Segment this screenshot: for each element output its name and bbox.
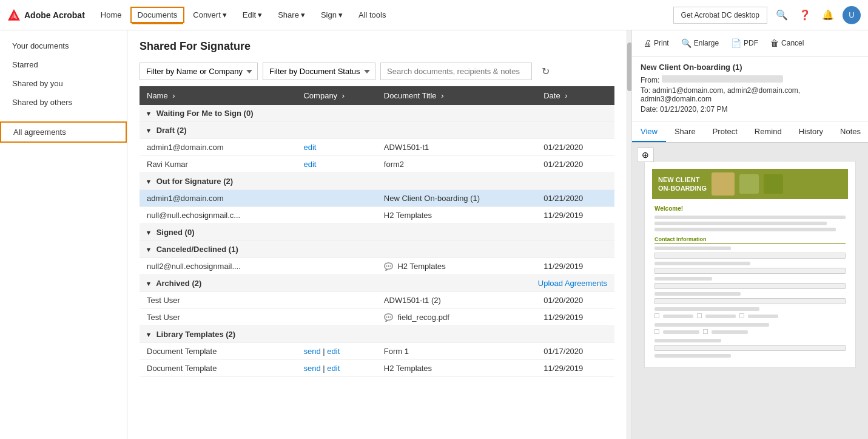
group-out-for-signature[interactable]: ▾ Out for Signature (2) xyxy=(140,173,614,190)
tab-history[interactable]: History xyxy=(790,122,832,142)
row-date: 01/21/2020 xyxy=(536,156,614,173)
sidebar: Your documents Starred Shared by you Sha… xyxy=(0,30,127,439)
group-signed[interactable]: ▾ Signed (0) xyxy=(140,224,614,241)
refresh-button[interactable]: ↻ xyxy=(537,63,554,80)
tab-view[interactable]: View xyxy=(632,122,666,142)
row-company: edit xyxy=(296,139,376,156)
cancel-button[interactable]: 🗑 Cancel xyxy=(765,35,809,51)
nav-right: Get Acrobat DC desktop 🔍 ❓ 🔔 U xyxy=(673,6,861,24)
col-company[interactable]: Company › xyxy=(296,86,376,105)
app-logo: Adobe Acrobat xyxy=(7,9,85,22)
edit-link[interactable]: edit xyxy=(327,347,340,356)
row-company xyxy=(296,309,376,326)
share-arrow-icon: ▾ xyxy=(301,10,305,19)
right-panel: 🖨 Print 🔍 Enlarge 📄 PDF 🗑 Cancel New Cli… xyxy=(631,30,868,439)
checkbox-icon xyxy=(654,329,659,334)
send-link[interactable]: send xyxy=(303,347,320,356)
preview-line xyxy=(705,315,736,318)
row-date: 01/20/2020 xyxy=(536,292,614,309)
checkbox-icon xyxy=(703,329,708,334)
preview-form-field xyxy=(654,283,846,289)
sidebar-item-shared-by-you[interactable]: Shared by you xyxy=(0,74,127,93)
zoom-button[interactable]: ⊕ xyxy=(637,148,654,162)
pdf-button[interactable]: 📄 PDF xyxy=(726,35,763,51)
name-sort-icon: › xyxy=(172,91,175,100)
preview-line xyxy=(654,292,741,296)
table-row: Document Template send | edit Form 1 01/… xyxy=(140,343,614,360)
row-date: 11/29/2019 xyxy=(536,207,614,224)
edit-link[interactable]: edit xyxy=(303,160,316,169)
panel-info: New Client On-boarding (1) From: To: adm… xyxy=(632,56,868,122)
edit-link[interactable]: edit xyxy=(327,364,340,373)
name-company-filter[interactable]: Filter by Name or Company xyxy=(140,63,258,80)
group-draft[interactable]: ▾ Draft (2) xyxy=(140,122,614,139)
nav-all-tools[interactable]: All tools xyxy=(351,7,394,23)
sidebar-item-your-documents[interactable]: Your documents xyxy=(0,36,127,55)
tab-notes[interactable]: Notes xyxy=(832,122,868,142)
chevron-icon: ▾ xyxy=(147,178,150,185)
table-row-selected[interactable]: admin1@domain.com New Client On-boarding… xyxy=(140,190,614,207)
panel-to: To: admin1@domain.com, admin2@domain.com… xyxy=(641,86,860,103)
user-avatar[interactable]: U xyxy=(843,6,861,24)
message-icon: 💬 xyxy=(384,262,393,271)
preview-header: NEW CLIENT ON-BOARDING xyxy=(652,169,848,199)
preview-scroll[interactable]: ⊕ NEW CLIENT ON-BOARDING Welcome! xyxy=(632,143,868,439)
help-button[interactable]: ❓ xyxy=(796,7,813,23)
table-row: Test User ADW1501-t1 (2) 01/20/2020 xyxy=(140,292,614,309)
col-date[interactable]: Date › xyxy=(536,86,614,105)
group-canceled[interactable]: ▾ Canceled/Declined (1) xyxy=(140,241,614,258)
row-company xyxy=(296,258,376,275)
preview-line xyxy=(654,307,759,311)
sidebar-item-all-agreements[interactable]: All agreements xyxy=(0,121,127,143)
edit-link[interactable]: edit xyxy=(303,143,316,152)
preview-header-text: NEW CLIENT ON-BOARDING xyxy=(658,175,707,193)
row-name: Ravi Kumar xyxy=(140,156,296,173)
row-date: 01/21/2020 xyxy=(536,190,614,207)
document-status-filter[interactable]: Filter by Document Status xyxy=(263,63,375,80)
col-title[interactable]: Document Title › xyxy=(377,86,536,105)
notifications-button[interactable]: 🔔 xyxy=(819,7,836,23)
tab-remind[interactable]: Remind xyxy=(746,122,790,142)
nav-documents[interactable]: Documents xyxy=(130,7,185,23)
chevron-icon: ▾ xyxy=(147,110,150,117)
pdf-icon: 📄 xyxy=(731,38,741,48)
enlarge-icon: 🔍 xyxy=(681,38,691,48)
nav-share[interactable]: Share ▾ xyxy=(271,7,312,23)
group-library[interactable]: ▾ Library Templates (2) xyxy=(140,326,614,343)
main-scrollbar[interactable] xyxy=(627,30,631,439)
upload-agreements-link[interactable]: Upload Agreements xyxy=(538,279,607,288)
nav-home[interactable]: Home xyxy=(93,7,129,23)
search-button[interactable]: 🔍 xyxy=(773,7,790,23)
print-button[interactable]: 🖨 Print xyxy=(638,35,674,51)
chevron-icon: ▾ xyxy=(147,229,150,236)
sidebar-item-shared-by-others[interactable]: Shared by others xyxy=(0,93,127,112)
row-title: 💬 H2 Templates xyxy=(377,258,536,275)
document-preview: NEW CLIENT ON-BOARDING Welcome! Contact … xyxy=(644,161,856,368)
chevron-icon: ▾ xyxy=(147,331,150,338)
search-input[interactable] xyxy=(380,63,532,80)
row-name: admin1@domain.com xyxy=(140,190,296,207)
checkbox-icon xyxy=(654,313,659,318)
nav-edit[interactable]: Edit ▾ xyxy=(235,7,269,23)
group-waiting[interactable]: ▾ Waiting For Me to Sign (0) xyxy=(140,105,614,122)
table-row: Document Template send | edit H2 Templat… xyxy=(140,360,614,377)
send-link[interactable]: send xyxy=(303,364,320,373)
nav-convert[interactable]: Convert ▾ xyxy=(186,7,234,23)
tab-protect[interactable]: Protect xyxy=(704,122,746,142)
chevron-icon: ▾ xyxy=(147,127,150,134)
row-title: 💬 field_recog.pdf xyxy=(377,309,536,326)
convert-arrow-icon: ▾ xyxy=(223,10,227,19)
preview-line xyxy=(654,216,846,219)
group-archived[interactable]: ▾ Archived (2) Upload Agreements xyxy=(140,275,614,292)
nav-sign[interactable]: Sign ▾ xyxy=(314,7,350,23)
col-name[interactable]: Name › xyxy=(140,86,296,105)
preview-line xyxy=(654,222,827,225)
sidebar-item-starred[interactable]: Starred xyxy=(0,55,127,74)
edit-arrow-icon: ▾ xyxy=(258,10,262,19)
row-company xyxy=(296,190,376,207)
enlarge-button[interactable]: 🔍 Enlarge xyxy=(676,35,724,51)
panel-date: Date: 01/21/2020, 2:07 PM xyxy=(641,105,860,114)
tab-share[interactable]: Share xyxy=(666,122,704,142)
preview-form-field xyxy=(654,345,846,351)
get-acrobat-button[interactable]: Get Acrobat DC desktop xyxy=(673,7,767,24)
